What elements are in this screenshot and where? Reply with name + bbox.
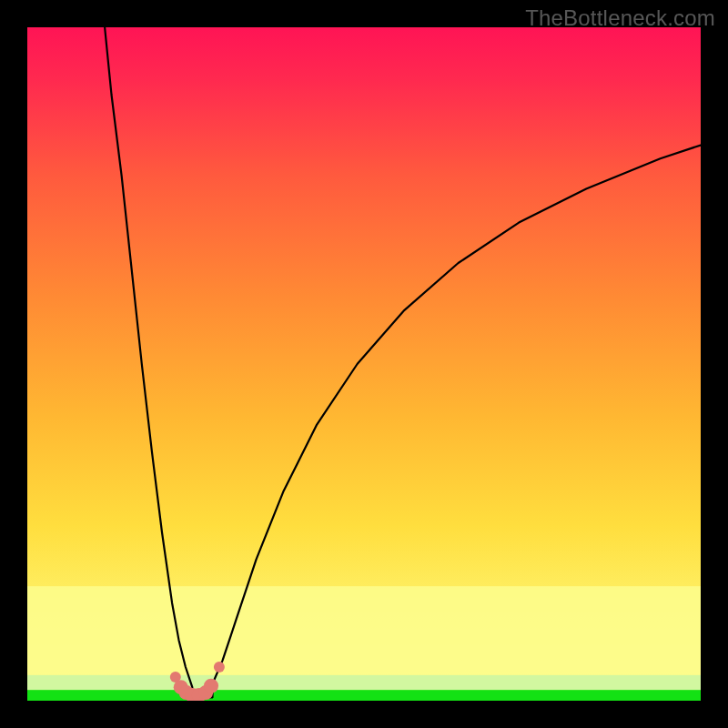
watermark-text: TheBottleneck.com [525, 5, 715, 31]
trough-marker [214, 662, 225, 672]
yellow-band [27, 586, 701, 675]
chart-frame: { "watermark": "TheBottleneck.com", "col… [0, 0, 728, 728]
plot-svg [27, 27, 701, 701]
green-band [27, 690, 701, 701]
plot-area [27, 27, 701, 701]
trough-marker [204, 679, 218, 693]
pale-green-band [27, 675, 701, 690]
